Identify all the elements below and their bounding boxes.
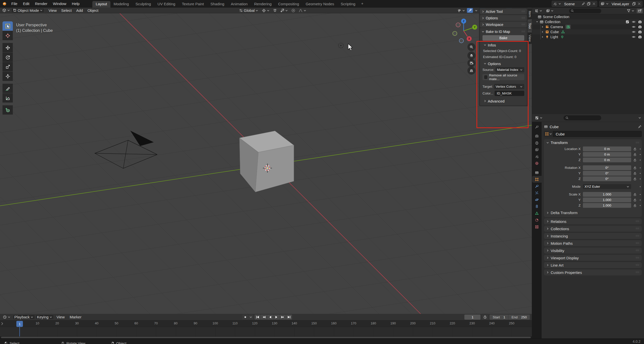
viewport-menu-add[interactable]: Add <box>74 8 85 13</box>
tool-move[interactable] <box>3 43 13 52</box>
value-field[interactable]: 0 m <box>583 158 631 162</box>
value-field[interactable]: 0 m <box>583 146 631 151</box>
jump-end-button[interactable] <box>286 315 292 320</box>
snap-target-dropdown[interactable] <box>279 8 289 13</box>
visibility-dropdown[interactable] <box>456 8 466 13</box>
transform-panel-header[interactable]: Transform <box>544 139 642 146</box>
workspace-tab-texture-paint[interactable]: Texture Paint <box>179 1 207 8</box>
start-frame-field[interactable]: Start1 <box>490 315 508 319</box>
rotation-mode-dropdown[interactable]: XYZ Euler <box>583 184 631 189</box>
editor-type-button[interactable] <box>1 8 11 13</box>
workspace-tab-animation[interactable]: Animation <box>228 1 251 8</box>
timeline-scrollbar[interactable] <box>0 336 532 338</box>
panel-motion-paths[interactable]: Motion Paths <box>544 240 642 246</box>
value-field[interactable]: 1.000 <box>583 198 631 202</box>
animate-dot-icon[interactable] <box>639 204 642 207</box>
color-name-field[interactable]: ID_MASK <box>495 91 524 96</box>
copy-icon[interactable] <box>587 2 591 6</box>
camera-data-icon[interactable] <box>565 25 571 29</box>
tool-scale[interactable] <box>3 62 13 71</box>
tool-transform[interactable] <box>3 72 13 81</box>
copy-icon[interactable] <box>632 2 636 6</box>
properties-tab-data[interactable] <box>532 210 542 217</box>
properties-tab-tool[interactable] <box>532 123 542 130</box>
close-icon[interactable] <box>592 2 596 6</box>
eye-icon[interactable] <box>632 20 636 24</box>
navigation-gizmo[interactable]: Z Y X <box>450 18 477 45</box>
sidebar-panel-active-tool[interactable]: Active Tool <box>480 9 527 14</box>
animate-dot-icon[interactable] <box>639 185 642 188</box>
expand-arrow-icon[interactable] <box>1 322 4 325</box>
target-dropdown[interactable]: Vertex Colors <box>494 84 524 89</box>
timeline-menu-keying[interactable]: Keying <box>35 315 54 319</box>
snap-toggle[interactable] <box>272 8 278 13</box>
3d-viewport[interactable]: User Perspective (1) Collection | Cube O… <box>0 13 532 314</box>
camera-view-button[interactable] <box>467 59 475 67</box>
panel-relations[interactable]: Relations <box>544 218 642 224</box>
gizmos-dropdown[interactable] <box>473 8 479 13</box>
timeline-track[interactable] <box>0 327 532 336</box>
properties-tab-material[interactable] <box>532 217 542 223</box>
lock-icon[interactable] <box>633 153 637 156</box>
animate-dot-icon[interactable] <box>639 166 642 169</box>
tool-measure[interactable] <box>3 93 13 103</box>
auto-keying-button[interactable] <box>242 315 248 320</box>
checkbox[interactable] <box>484 75 487 79</box>
panel-custom-properties[interactable]: Custom Properties <box>544 269 642 275</box>
prev-keyframe-button[interactable] <box>261 315 267 320</box>
timeline-ruler[interactable]: 1 10203040506070809010011012013014015016… <box>0 320 532 327</box>
new-collection-button[interactable] <box>637 9 643 13</box>
lock-icon[interactable] <box>633 198 637 202</box>
properties-tab-collection[interactable] <box>532 169 542 176</box>
lock-icon[interactable] <box>633 193 637 196</box>
render-camera-icon[interactable] <box>638 35 642 39</box>
falloff-dropdown[interactable] <box>297 8 308 13</box>
sidebar-tab-view[interactable]: View <box>528 32 532 44</box>
orientation-dropdown[interactable]: Global <box>238 8 260 13</box>
properties-editor-type-button[interactable] <box>534 116 544 120</box>
outliner-row-light[interactable]: Light <box>532 34 644 39</box>
properties-tab-scene[interactable] <box>532 153 542 160</box>
animate-dot-icon[interactable] <box>639 172 642 175</box>
animate-dot-icon[interactable] <box>639 193 642 196</box>
properties-tab-texture[interactable] <box>532 223 542 230</box>
properties-options-dropdown[interactable] <box>637 116 642 120</box>
outliner-row-collection[interactable]: Collection <box>532 19 644 24</box>
jump-start-button[interactable] <box>255 315 261 320</box>
outliner-item-label[interactable]: Light <box>550 35 558 39</box>
disclosure-open-icon[interactable] <box>536 20 539 23</box>
value-field[interactable]: 0° <box>583 165 631 170</box>
properties-tab-view-layer[interactable] <box>532 146 542 153</box>
end-frame-field[interactable]: End250 <box>508 315 530 319</box>
outliner-row-scene-collection[interactable]: Scene Collection <box>532 14 644 19</box>
workspace-tab-uv-editing[interactable]: UV Editing <box>154 1 179 8</box>
properties-tab-modifiers[interactable] <box>532 183 542 189</box>
add-workspace-button[interactable]: + <box>359 1 366 7</box>
timeline-editor-type-button[interactable] <box>2 315 12 319</box>
timeline-menu-marker[interactable]: Marker <box>67 315 84 319</box>
panel-viewport-display[interactable]: Viewport Display <box>544 255 642 261</box>
animate-dot-icon[interactable] <box>639 148 642 151</box>
timeline-menu-view[interactable]: View <box>54 315 67 319</box>
tool-select-box[interactable] <box>3 21 13 31</box>
blender-logo-icon[interactable] <box>0 2 9 6</box>
keying-dropdown[interactable] <box>249 315 253 320</box>
sidebar-tab-tool[interactable]: Tool <box>528 21 532 31</box>
panel-instancing[interactable]: Instancing <box>544 233 642 239</box>
workspace-tab-modeling[interactable]: Modeling <box>110 1 132 8</box>
properties-search-input[interactable] <box>564 115 601 120</box>
disclosure-closed-icon[interactable] <box>541 30 544 33</box>
workspace-tab-compositing[interactable]: Compositing <box>275 1 302 8</box>
animate-dot-icon[interactable] <box>639 199 642 202</box>
animate-dot-icon[interactable] <box>639 159 642 162</box>
value-field[interactable]: 0° <box>583 176 631 181</box>
value-field[interactable]: 0° <box>583 171 631 176</box>
lock-icon[interactable] <box>633 166 637 170</box>
outliner-row-cube[interactable]: Cube <box>532 29 644 34</box>
panel-collections[interactable]: Collections <box>544 226 642 232</box>
outliner-item-label[interactable]: Cube <box>550 30 559 34</box>
outliner-editor-type-button[interactable] <box>533 9 544 13</box>
next-keyframe-button[interactable] <box>280 315 286 320</box>
remove-source-checkbox[interactable]: Remove all source mate... <box>482 74 524 80</box>
render-camera-icon[interactable] <box>638 20 642 24</box>
